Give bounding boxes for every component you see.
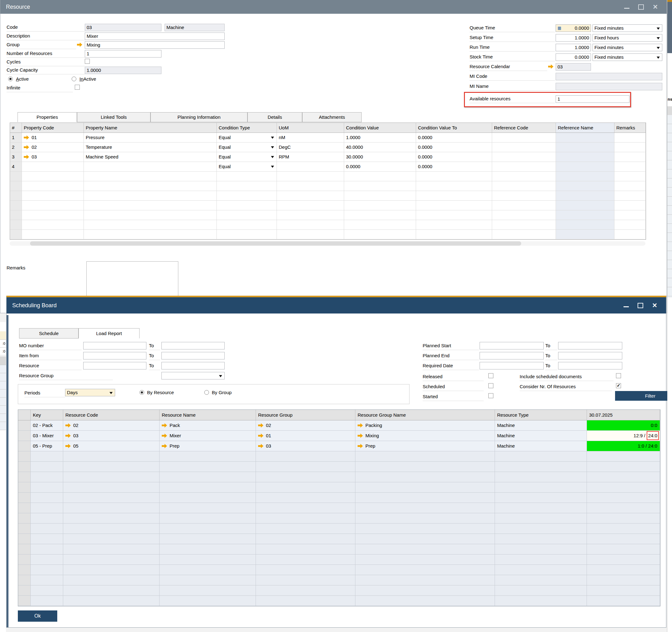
key-cell[interactable]: 05 - Prep xyxy=(31,441,63,451)
link-arrow-icon[interactable] xyxy=(162,433,167,438)
scrollbar-thumb[interactable] xyxy=(30,241,521,246)
minimize-icon[interactable] xyxy=(624,306,629,307)
resource-group-name-cell[interactable]: Mixing xyxy=(355,431,495,441)
cycles-checkbox[interactable] xyxy=(85,59,90,64)
remarks-cell[interactable] xyxy=(615,162,646,171)
group-field[interactable]: Mixing xyxy=(85,41,225,49)
resource-calendar-field[interactable]: 03 xyxy=(556,63,591,71)
resource-code-cell[interactable]: 03 xyxy=(63,431,160,441)
number-of-resources-field[interactable]: 1 xyxy=(85,50,162,57)
close-icon[interactable]: ✕ xyxy=(653,4,658,10)
maximize-icon[interactable] xyxy=(638,303,643,308)
description-field[interactable]: Mixer xyxy=(85,32,225,40)
uom-cell[interactable]: RPM xyxy=(277,152,344,161)
link-arrow-icon[interactable] xyxy=(65,433,71,438)
calculator-icon[interactable]: ▦ xyxy=(557,25,561,31)
stock-time-field[interactable]: 0.0000 xyxy=(556,53,591,61)
resource-group-select[interactable] xyxy=(162,372,225,379)
tab-details[interactable]: Details xyxy=(247,112,302,122)
active-radio[interactable] xyxy=(8,77,13,81)
reference-code-cell[interactable] xyxy=(492,152,556,161)
condition-value-to-cell[interactable]: 0.0000 xyxy=(416,162,492,171)
uom-cell[interactable]: nM xyxy=(277,133,344,142)
link-arrow-icon[interactable] xyxy=(358,423,363,428)
link-arrow-icon[interactable] xyxy=(258,433,263,438)
reference-code-cell[interactable] xyxy=(492,143,556,152)
by-resource-radio[interactable] xyxy=(140,390,144,395)
setup-time-unit-select[interactable]: Fixed hours xyxy=(593,34,662,42)
tab-linked-tools[interactable]: Linked Tools xyxy=(77,112,150,122)
resource-type-cell[interactable]: Machine xyxy=(495,421,587,430)
tab-load-report[interactable]: Load Report xyxy=(78,328,140,338)
reference-code-cell[interactable] xyxy=(492,162,556,171)
resource-name-cell[interactable]: Pack xyxy=(160,421,256,430)
row-number[interactable]: 2 xyxy=(10,143,22,152)
item-from-input[interactable] xyxy=(83,352,146,359)
remarks-cell[interactable] xyxy=(615,143,646,152)
link-arrow-icon[interactable] xyxy=(77,43,82,47)
reference-code-cell[interactable] xyxy=(492,133,556,142)
link-arrow-icon[interactable] xyxy=(358,444,363,448)
started-checkbox[interactable] xyxy=(488,393,494,398)
load-cell[interactable]: 12:9 / 24:0 xyxy=(587,431,660,441)
required-date-to-input[interactable] xyxy=(558,362,622,370)
condition-type-select[interactable]: Equal xyxy=(217,162,277,171)
filter-button[interactable]: Filter xyxy=(615,391,667,401)
tab-planning-information[interactable]: Planning Information xyxy=(150,112,247,122)
code-type-field[interactable]: Machine xyxy=(165,24,225,31)
link-arrow-icon[interactable] xyxy=(24,155,29,159)
row-selector[interactable] xyxy=(18,431,31,441)
by-group-radio[interactable] xyxy=(204,390,209,395)
code-field[interactable]: 03 xyxy=(85,24,162,31)
link-arrow-icon[interactable] xyxy=(548,65,553,69)
tab-schedule[interactable]: Schedule xyxy=(19,328,78,338)
include-scheduled-documents-checkbox[interactable] xyxy=(616,373,621,378)
periods-select[interactable]: Days xyxy=(65,389,115,396)
setup-time-field[interactable]: 1.0000 xyxy=(556,34,591,42)
resource-group-name-cell[interactable]: Prep xyxy=(355,441,495,451)
condition-value-cell[interactable]: 0.0000 xyxy=(344,162,416,171)
minimize-icon[interactable] xyxy=(624,8,629,9)
released-checkbox[interactable] xyxy=(488,373,494,378)
link-arrow-icon[interactable] xyxy=(24,135,29,140)
resource-type-cell[interactable]: Machine xyxy=(495,441,587,451)
property-name-cell[interactable] xyxy=(84,162,217,171)
run-time-unit-select[interactable]: Fixed minutes xyxy=(593,44,662,51)
reference-name-cell[interactable] xyxy=(556,152,615,161)
resource-group-name-cell[interactable]: Packing xyxy=(355,421,495,430)
condition-type-select[interactable]: Equal xyxy=(217,133,277,142)
row-number[interactable]: 3 xyxy=(10,152,22,161)
resource-group-cell[interactable]: 02 xyxy=(256,421,355,430)
remarks-cell[interactable] xyxy=(615,152,646,161)
scheduled-checkbox[interactable] xyxy=(488,383,494,388)
uom-cell[interactable] xyxy=(277,162,344,171)
link-arrow-icon[interactable] xyxy=(162,423,167,428)
condition-value-to-cell[interactable]: 0.0000 xyxy=(416,143,492,152)
remarks-cell[interactable] xyxy=(615,133,646,142)
planned-start-to-input[interactable] xyxy=(558,342,622,350)
planned-start-from-input[interactable] xyxy=(480,342,544,350)
queue-time-field[interactable]: ▦0.0000 xyxy=(556,24,591,32)
reference-name-cell[interactable] xyxy=(556,143,615,152)
consider-nr-of-resources-checkbox[interactable]: ✓ xyxy=(616,383,621,388)
link-arrow-icon[interactable] xyxy=(258,444,263,448)
uom-cell[interactable]: DegC xyxy=(277,143,344,152)
resource-from-input[interactable] xyxy=(83,362,146,370)
tab-properties[interactable]: Properties xyxy=(18,112,77,122)
property-name-cell[interactable]: Machine Speed xyxy=(84,152,217,161)
infinite-checkbox[interactable] xyxy=(75,85,80,90)
resource-name-cell[interactable]: Mixer xyxy=(160,431,256,441)
property-code-cell[interactable]: 01 xyxy=(22,133,84,142)
planned-end-from-input[interactable] xyxy=(480,352,544,359)
resource-name-cell[interactable]: Prep xyxy=(160,441,256,451)
planned-end-to-input[interactable] xyxy=(558,352,622,359)
stock-time-unit-select[interactable]: Fixed minutes xyxy=(593,53,662,61)
link-arrow-icon[interactable] xyxy=(358,433,363,438)
maximize-icon[interactable] xyxy=(638,4,644,10)
row-number[interactable]: 1 xyxy=(10,133,22,142)
property-name-cell[interactable]: Pressure xyxy=(84,133,217,142)
item-to-input[interactable] xyxy=(162,352,225,359)
reference-name-cell[interactable] xyxy=(556,133,615,142)
condition-value-to-cell[interactable]: 0.0000 xyxy=(416,152,492,161)
condition-value-cell[interactable]: 30.0000 xyxy=(344,152,416,161)
